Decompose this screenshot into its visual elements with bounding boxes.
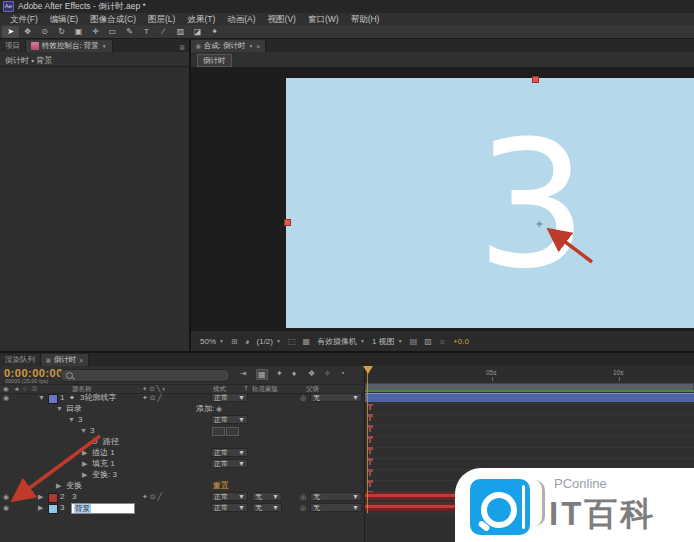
tab-timeline-comp[interactable]: ▦ 倒计时 ×	[41, 354, 89, 366]
layer-name[interactable]: 3轮廓线字	[80, 394, 116, 402]
current-time-indicator-handle[interactable]	[363, 366, 373, 374]
current-time-indicator-line[interactable]	[367, 366, 368, 513]
tab-render-queue[interactable]: 渲染队列	[0, 354, 41, 366]
resolution-select[interactable]: (1/2) ▼	[257, 337, 281, 346]
stroke-row[interactable]: ▶ 描边 1 正常 ▼	[0, 447, 364, 458]
blend-mode-select[interactable]: 正常 ▼	[211, 393, 248, 402]
motion-blur-icon[interactable]: ♦	[292, 369, 296, 378]
chevron-down-icon[interactable]: ▼	[248, 43, 253, 49]
layer-row-3[interactable]: ◉ ▶ 3 背景 正常 ▼ 无 ▼ ◎	[0, 502, 364, 513]
group-transform-row[interactable]: ▶ 变换: 3	[0, 469, 364, 480]
shape-tool-icon[interactable]: ▭	[104, 26, 121, 38]
camera-tool-icon[interactable]: ▣	[70, 26, 87, 38]
rotation-tool-icon[interactable]: ↻	[53, 26, 70, 38]
chevron-down-icon[interactable]: ▼	[102, 43, 107, 49]
in-out-panel-icon[interactable]: ⇥	[240, 369, 247, 378]
eraser-tool-icon[interactable]: ◪	[189, 26, 206, 38]
view-layout-select[interactable]: 1 视图 ▼	[372, 336, 403, 347]
add-icon[interactable]: ◉	[216, 405, 222, 413]
layer-name-edit-field[interactable]: 背景	[71, 503, 135, 514]
layer-color-swatch[interactable]	[48, 394, 58, 404]
layer-switches-icons[interactable]: ✦ ⊙ ╱	[142, 493, 162, 501]
frame-blend-icon[interactable]: ✦	[276, 369, 283, 378]
fill-blend-mode-select[interactable]: 正常 ▼	[211, 459, 248, 468]
menu-effect[interactable]: 效果(T)	[181, 13, 221, 25]
type-tool-icon[interactable]: T	[138, 26, 155, 38]
item-name[interactable]: 描边 1	[92, 449, 115, 457]
blend-mode-select[interactable]: 正常 ▼	[211, 492, 248, 501]
work-area[interactable]	[365, 382, 694, 392]
magnification-select[interactable]: 50% ▼	[200, 337, 224, 346]
pen-tool-icon[interactable]: ✎	[121, 26, 138, 38]
reset-button[interactable]: 重置	[213, 482, 229, 490]
selection-handle-left[interactable]	[284, 219, 291, 226]
shape-group-row-3-inner[interactable]: ▼ 3	[0, 425, 364, 436]
comp-canvas[interactable]: 3 ✛	[286, 78, 694, 328]
expand-icon[interactable]: ▼	[56, 405, 63, 413]
menu-view[interactable]: 视图(V)	[262, 13, 302, 25]
tab-composition[interactable]: ▦ 合成: 倒计时 ▼ ×	[191, 40, 266, 52]
menu-layer[interactable]: 图层(L)	[142, 13, 181, 25]
item-name[interactable]: 变换	[66, 482, 82, 490]
comp-viewer[interactable]: 3 ✛	[191, 67, 694, 330]
eye-icon[interactable]: ◉	[3, 394, 9, 402]
group-switch-box[interactable]	[212, 427, 225, 436]
group-blend-mode-select[interactable]: 正常 ▼	[211, 415, 248, 424]
brush-tool-icon[interactable]: ∕	[155, 26, 172, 38]
hand-tool-icon[interactable]: ✥	[19, 26, 36, 38]
eye-icon[interactable]: ◉	[3, 504, 9, 512]
search-input[interactable]	[60, 369, 230, 382]
expand-icon[interactable]: ▶	[82, 449, 87, 457]
brainstorm-icon[interactable]: ❖	[308, 369, 315, 378]
parent-select[interactable]: 无 ▼	[310, 492, 362, 501]
blend-mode-select[interactable]: 正常 ▼	[211, 503, 248, 512]
time-ruler[interactable]: 05s 10s	[365, 366, 694, 383]
comp-nav-button[interactable]: 倒计时	[197, 54, 232, 67]
tab-effect-controls[interactable]: 特效控制台: 背景 ▼	[26, 40, 113, 52]
zoom-tool-icon[interactable]: ⊙	[36, 26, 53, 38]
menu-help[interactable]: 帮助(H)	[345, 13, 386, 25]
close-icon[interactable]: ×	[256, 43, 260, 50]
layer-row-1[interactable]: ◉ ▼ 1 ✦ 3轮廓线字 ✦ ⊙ ╱ 正常 ▼ ◎ 无 ▼	[0, 392, 364, 403]
expand-icon[interactable]: ▶	[56, 482, 61, 490]
parent-select[interactable]: 无 ▼	[310, 503, 362, 512]
group-name[interactable]: 3	[90, 427, 94, 435]
clone-stamp-tool-icon[interactable]: ▨	[172, 26, 189, 38]
expand-icon[interactable]: ▶	[82, 471, 87, 479]
expand-icon[interactable]: ▼	[80, 427, 87, 435]
channels-icon[interactable]: ◕	[245, 337, 250, 346]
layer-name[interactable]: 3	[72, 493, 76, 501]
property-name[interactable]: 路径	[103, 438, 119, 446]
layer-switches-icons[interactable]: ✦ ⊙ ╱	[142, 394, 162, 402]
parent-pickwhip-icon[interactable]: ◎	[300, 504, 306, 512]
layer-color-swatch[interactable]	[48, 504, 58, 514]
exposure-icon[interactable]: ☼	[439, 337, 446, 346]
parent-pickwhip-icon[interactable]: ◎	[300, 394, 306, 402]
item-name[interactable]: 填充 1	[92, 460, 115, 468]
group-name[interactable]: 目录	[66, 405, 82, 413]
fast-preview-icon[interactable]: ▧	[424, 337, 432, 346]
exposure-value[interactable]: +0.0	[453, 337, 469, 346]
camera-select[interactable]: 有效摄像机 ▼	[317, 336, 365, 347]
transparency-grid-icon[interactable]: ▦	[302, 337, 310, 346]
expand-icon[interactable]: ▼	[68, 416, 75, 424]
parent-select[interactable]: 无 ▼	[310, 393, 362, 402]
menu-edit[interactable]: 编辑(E)	[44, 13, 84, 25]
shape-group-row-3[interactable]: ▼ 3 正常 ▼	[0, 414, 364, 425]
layer-color-swatch[interactable]	[48, 493, 58, 503]
close-icon[interactable]: ×	[79, 357, 83, 364]
group-name[interactable]: 3	[78, 416, 82, 424]
expand-icon[interactable]: ▼	[38, 394, 45, 402]
parent-pickwhip-icon[interactable]: ◎	[300, 493, 306, 501]
anchor-point-icon[interactable]: ✛	[536, 220, 543, 229]
region-of-interest-icon[interactable]: ⬚	[288, 337, 296, 346]
selection-tool-icon[interactable]: ➤	[2, 26, 19, 38]
expand-icon[interactable]: ▶	[82, 460, 87, 468]
expand-icon[interactable]: ▶	[38, 504, 43, 512]
menu-file[interactable]: 文件(F)	[4, 13, 44, 25]
trkmat-select[interactable]: 无 ▼	[252, 503, 282, 512]
path-property-row[interactable]: Ö 路径	[0, 436, 364, 447]
menu-window[interactable]: 窗口(W)	[302, 13, 345, 25]
menu-animation[interactable]: 动画(A)	[221, 13, 261, 25]
expand-icon[interactable]: ▶	[38, 493, 43, 501]
